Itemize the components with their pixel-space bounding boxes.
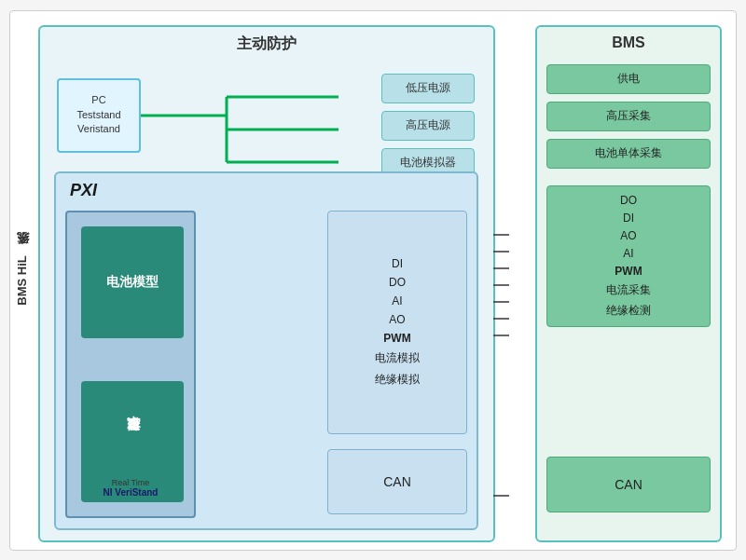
- bms-current: 电流采集: [606, 282, 651, 298]
- pxi-label: PXI: [70, 181, 97, 200]
- diagram-container: BMS HiL系统 主动防护 PC Teststand Veristand 低压…: [9, 10, 737, 551]
- bms-io-box: DO DI AO AI PWM 电流采集 绝缘检测: [546, 185, 711, 327]
- teststand-label: Teststand: [76, 108, 120, 122]
- io-ao: AO: [389, 313, 405, 326]
- bms-items-top: 供电 高压采集 电池单体采集: [546, 64, 711, 169]
- bms-pwm: PWM: [615, 265, 642, 278]
- rt-text-area: Real Time NI VeriStand: [67, 478, 194, 498]
- bms-cell-item: 电池单体采集: [546, 139, 711, 169]
- pxi-area: PXI 电池模型 整车模型 Real Time NI VeriStand DI …: [54, 171, 478, 530]
- bms-di: DI: [623, 212, 634, 225]
- io-pwm: PWM: [383, 332, 410, 345]
- high-voltage-box: 高压电源: [381, 111, 475, 141]
- real-time-label: Real Time: [67, 478, 194, 487]
- bms-hil-label: BMS HiL系统: [14, 255, 31, 305]
- io-do: DO: [389, 276, 406, 289]
- io-current: 电流模拟: [375, 350, 420, 366]
- io-insulation: 绝缘模拟: [375, 372, 420, 388]
- battery-model-box: 电池模型: [81, 226, 184, 338]
- io-di: DI: [392, 257, 403, 270]
- io-ai: AI: [392, 294, 402, 307]
- bms-can-box: CAN: [546, 457, 711, 512]
- pc-box: PC Teststand Veristand: [57, 78, 141, 153]
- power-boxes: 低压电源 高压电源 电池模拟器: [381, 74, 475, 178]
- bms-ai: AI: [623, 247, 633, 260]
- bms-box: BMS 供电 高压采集 电池单体采集 DO DI AO AI PWM 电流采集 …: [535, 25, 722, 542]
- can-area: CAN: [327, 449, 467, 514]
- bms-hv-item: 高压采集: [546, 102, 711, 131]
- bms-insulation: 绝缘检测: [606, 303, 651, 319]
- bms-power-item: 供电: [546, 64, 711, 94]
- ni-label: NI VeriStand: [67, 487, 194, 498]
- veristand-label: Veristand: [77, 122, 120, 136]
- pc-label: PC: [91, 93, 105, 107]
- rt-area: 电池模型 整车模型 Real Time NI VeriStand: [65, 211, 196, 518]
- low-voltage-box: 低压电源: [381, 74, 475, 103]
- io-area: DI DO AI AO PWM 电流模拟 绝缘模拟: [327, 211, 467, 434]
- active-protection-title: 主动防护: [237, 34, 297, 54]
- bms-ao: AO: [620, 229, 636, 242]
- bms-title: BMS: [612, 34, 645, 51]
- bms-do: DO: [620, 194, 637, 207]
- active-protection-box: 主动防护 PC Teststand Veristand 低压电源 高压电源 电池…: [38, 25, 495, 542]
